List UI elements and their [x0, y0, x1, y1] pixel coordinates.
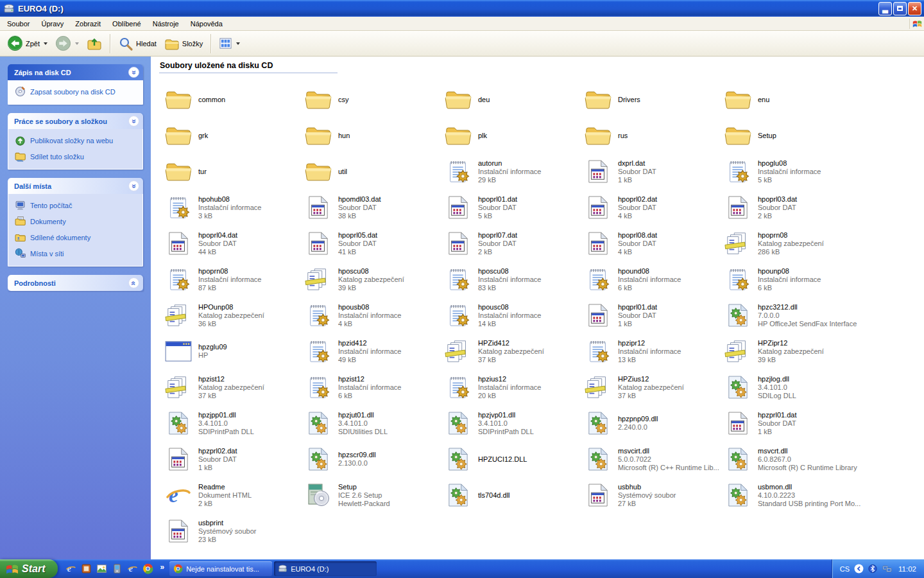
file-item[interactable]: hpound08Instalační informace6 kB — [583, 261, 723, 297]
file-item[interactable]: hpoprl04.datSoubor DAT44 kB — [164, 225, 304, 261]
file-item[interactable]: hpzist12Katalog zabezpečení37 kB — [164, 369, 304, 405]
language-indicator[interactable]: CS — [840, 565, 850, 573]
start-button[interactable]: Start — [0, 559, 58, 578]
file-item[interactable]: hpzscr09.dll2.130.0.0 — [304, 441, 443, 477]
file-item[interactable]: hpoprl05.datSoubor DAT41 kB — [304, 225, 443, 261]
overflow-chevron-icon[interactable]: » — [158, 563, 169, 575]
file-item[interactable]: autorunInstalační informace29 kB — [443, 153, 583, 189]
quick-launch-app-icon[interactable] — [81, 563, 92, 574]
views-dropdown-arrow-icon[interactable] — [236, 42, 240, 45]
file-item[interactable]: hpzprl01.datSoubor DAT1 kB — [723, 405, 863, 441]
menu-item[interactable]: Úpravy — [35, 18, 69, 30]
quick-launch-chrome-icon[interactable] — [142, 563, 153, 574]
sidebar-item[interactable]: Dokumenty — [15, 216, 137, 227]
folders-button[interactable]: Složky — [161, 33, 206, 54]
file-item[interactable]: hpoglu08Instalační informace5 kB — [723, 153, 863, 189]
file-item[interactable]: hpzjut01.dll3.4.101.0SDIUtilities DLL — [304, 405, 443, 441]
task-button[interactable]: Nejde nainstalovat tis... — [169, 561, 272, 576]
clock[interactable]: 11:02 — [898, 565, 916, 573]
file-item[interactable]: hpzglu09HP — [164, 333, 304, 369]
panel-header[interactable]: Práce se soubory a složkou« — [8, 113, 143, 129]
file-item[interactable]: hpoprn08Instalační informace87 kB — [164, 261, 304, 297]
views-button[interactable] — [216, 34, 243, 53]
file-item[interactable]: hposcu08Katalog zabezpečení39 kB — [304, 261, 443, 297]
menu-item[interactable]: Nápověda — [185, 18, 228, 30]
minimize-button[interactable]: ▃ — [878, 2, 892, 15]
sidebar-item[interactable]: Sdílet tuto složku — [15, 151, 137, 162]
back-dropdown-arrow-icon[interactable] — [44, 42, 47, 45]
file-item[interactable]: hpzjpp01.dll3.4.101.0SDIPrintPath DLL — [164, 405, 304, 441]
file-item[interactable]: Drivers — [583, 82, 723, 118]
sidebar-item[interactable]: Publikovat složky na webu — [15, 135, 137, 146]
file-item[interactable]: hpzius12Instalační informace20 kB — [443, 369, 583, 405]
sidebar-item[interactable]: Zapsat soubory na disk CD — [15, 86, 137, 97]
file-item[interactable]: HPZid412Katalog zabezpečení37 kB — [443, 333, 583, 369]
file-item[interactable]: hpzipr12Instalační informace13 kB — [583, 333, 723, 369]
file-item[interactable]: msvcirt.dll5.0.0.7022Microsoft (R) C++ R… — [583, 441, 723, 477]
file-item[interactable]: hpoprl01.datSoubor DAT5 kB — [443, 189, 583, 225]
file-item[interactable]: hpoprl03.datSoubor DAT2 kB — [723, 189, 863, 225]
file-item[interactable]: rus — [583, 118, 723, 153]
file-item[interactable]: dxprl.datSoubor DAT1 kB — [583, 153, 723, 189]
file-item[interactable]: hposcu08Instalační informace83 kB — [443, 261, 583, 297]
file-item[interactable]: hpzc3212.dll7.0.0.0HP OfficeJet SendFax … — [723, 297, 863, 333]
file-item[interactable]: usbhubSystémový soubor27 kB — [583, 477, 723, 513]
task-button[interactable]: EURO4 (D:) — [274, 561, 377, 576]
file-item[interactable]: plk — [443, 118, 583, 153]
file-item[interactable]: HPZius12Katalog zabezpečení37 kB — [583, 369, 723, 405]
file-item[interactable]: tls704d.dll — [443, 477, 583, 513]
chevron-up-icon[interactable]: « — [128, 116, 139, 127]
forward-button[interactable] — [52, 33, 82, 54]
back-button[interactable]: Zpět — [4, 33, 51, 54]
file-item[interactable]: HPZipr12Katalog zabezpečení39 kB — [723, 333, 863, 369]
file-item[interactable]: hpousb08Instalační informace4 kB — [304, 297, 443, 333]
file-item[interactable]: util — [304, 153, 443, 189]
bluetooth-icon[interactable] — [868, 564, 878, 574]
file-item[interactable]: hpoprl08.datSoubor DAT4 kB — [583, 225, 723, 261]
network-icon[interactable] — [882, 564, 892, 574]
file-item[interactable]: hun — [304, 118, 443, 153]
menu-item[interactable]: Zobrazit — [69, 18, 107, 30]
maximize-button[interactable] — [893, 2, 907, 15]
menu-item[interactable]: Nástroje — [147, 18, 185, 30]
quick-launch-pictures-icon[interactable] — [96, 563, 107, 574]
file-item[interactable]: hpzjvp01.dll3.4.101.0SDIPrintPath DLL — [443, 405, 583, 441]
panel-header[interactable]: Zápis na disk CD« — [8, 64, 143, 80]
file-item[interactable]: hpoprl07.datSoubor DAT2 kB — [443, 225, 583, 261]
sidebar-item[interactable]: Tento počítač — [15, 200, 137, 211]
file-item[interactable]: common — [164, 82, 304, 118]
file-item[interactable]: hpzist12Instalační informace6 kB — [304, 369, 443, 405]
quick-launch-ie-icon[interactable]: e — [65, 563, 76, 574]
menu-item[interactable]: Oblíbené — [107, 18, 147, 30]
file-item[interactable]: deu — [443, 82, 583, 118]
close-button[interactable]: ✕ — [908, 2, 921, 15]
chevron-down-icon[interactable]: « — [128, 277, 139, 288]
search-button[interactable]: Hledat — [115, 33, 160, 54]
file-item[interactable]: hpqprl01.datSoubor DAT1 kB — [583, 297, 723, 333]
file-item[interactable]: hpoprn08Katalog zabezpečení286 kB — [723, 225, 863, 261]
file-item[interactable]: HPOunp08Katalog zabezpečení36 kB — [164, 297, 304, 333]
chevron-up-icon[interactable]: « — [128, 67, 139, 78]
file-item[interactable]: HPZUCI12.DLL — [443, 441, 583, 477]
file-item[interactable]: tur — [164, 153, 304, 189]
panel-header[interactable]: Podrobnosti« — [8, 275, 143, 291]
file-item[interactable]: Setup — [723, 118, 863, 153]
sidebar-item[interactable]: Sdílené dokumenty — [15, 232, 137, 243]
file-item[interactable]: eReadmeDokument HTML2 kB — [164, 477, 304, 513]
sidebar-item[interactable]: Místa v síti — [15, 248, 137, 259]
menu-item[interactable]: Soubor — [1, 18, 35, 30]
file-item[interactable]: enu — [723, 82, 863, 118]
panel-header[interactable]: Další místa« — [8, 178, 143, 194]
file-item[interactable]: hpousc08Instalační informace14 kB — [443, 297, 583, 333]
file-item[interactable]: usbmon.dll4.10.0.2223Standard USB printi… — [723, 477, 863, 513]
file-item[interactable]: hpzid412Instalační informace49 kB — [304, 333, 443, 369]
quick-launch-device-icon[interactable] — [112, 563, 123, 574]
up-button[interactable] — [83, 33, 105, 54]
file-item[interactable]: hpoprl02.datSoubor DAT4 kB — [583, 189, 723, 225]
file-item[interactable]: msvcrt.dll6.0.8267.0Microsoft (R) C Runt… — [723, 441, 863, 477]
quick-launch-ie-icon[interactable]: e — [127, 563, 138, 574]
chevron-up-icon[interactable]: « — [128, 180, 139, 191]
tray-collapse-icon[interactable] — [854, 564, 864, 574]
file-item[interactable]: hpzprl02.datSoubor DAT1 kB — [164, 441, 304, 477]
file-item[interactable]: hpomdl03.datSoubor DAT38 kB — [304, 189, 443, 225]
